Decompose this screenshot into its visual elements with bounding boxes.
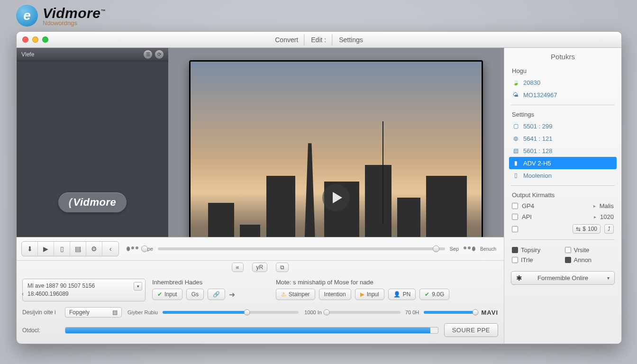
checkbox-icon[interactable] xyxy=(565,257,571,263)
link-button[interactable]: 🔗 xyxy=(208,289,225,300)
brand-logo-icon: e xyxy=(16,5,38,27)
hogu-item-1[interactable]: 🌤MO1324967 xyxy=(504,89,621,101)
play-small-icon[interactable]: ▶ xyxy=(38,242,54,256)
warning-icon: ⚠ xyxy=(281,291,286,298)
format-row-1[interactable]: API ▸1020 xyxy=(504,211,621,222)
chevron-down-icon: ▾ xyxy=(607,275,610,281)
tab-settings[interactable]: Settings xyxy=(334,34,368,46)
settings-item-1[interactable]: ◍5641 : 121 xyxy=(504,132,621,145)
clip-icon: ▮ xyxy=(512,159,519,167)
window-zoom-icon[interactable] xyxy=(42,36,48,43)
timeline-track[interactable] xyxy=(158,247,445,250)
settings-item-0[interactable]: ▢5501 : 299 xyxy=(504,120,621,132)
sun-icon: 🌤 xyxy=(512,91,519,99)
format-row-extra: ⇆$100 ⤴ xyxy=(504,222,621,236)
output-progress xyxy=(65,327,438,334)
format-row-0[interactable]: GP4 ▸Malis xyxy=(504,200,621,211)
source-file-field[interactable]: Ml ave 1887 90 1507 5156 18.4600.196089 … xyxy=(22,279,146,301)
sidebar-brand-badge: Vidmore xyxy=(58,192,127,212)
input-button[interactable]: ✔Input xyxy=(152,289,182,300)
globe-icon: ◍ xyxy=(512,135,519,142)
opt-topsiry[interactable]: Topsiry xyxy=(512,246,561,254)
stainper-button[interactable]: ⚠Stainper xyxy=(276,289,315,300)
inpul-button[interactable]: ▶Inpul xyxy=(355,289,384,300)
slider-1[interactable] xyxy=(163,311,299,314)
opt-vrsite[interactable]: Vrsite xyxy=(565,246,614,254)
check-icon: ✔ xyxy=(425,291,429,298)
slider-2[interactable] xyxy=(327,311,400,314)
section-hogu-label: Hogu xyxy=(504,65,621,76)
dropdown-icon[interactable]: ▾ xyxy=(134,282,142,291)
timeline-end-knob[interactable] xyxy=(433,246,439,252)
link-icon: 🔗 xyxy=(213,291,220,298)
film-icon[interactable]: ▤ xyxy=(70,242,86,256)
format-extra-icon[interactable]: ⤴ xyxy=(604,224,614,234)
format-value-field[interactable]: ⇆$100 xyxy=(573,224,601,234)
opt-itrle[interactable]: ITrle xyxy=(512,256,561,264)
left-sidebar-title: Vlefe xyxy=(21,51,34,58)
output-label: Otdocl: xyxy=(22,327,59,334)
rewind-icon[interactable] xyxy=(127,246,130,251)
checkbox-icon[interactable] xyxy=(512,214,518,220)
chevron-left-icon: ‹ xyxy=(22,290,24,298)
checkbox-icon[interactable] xyxy=(512,257,518,263)
brand-name: Vidmore™ xyxy=(43,5,106,21)
section-settings-label: Settings xyxy=(504,109,621,120)
seg2-label: 1000 In xyxy=(304,309,322,315)
checkbox-icon[interactable] xyxy=(512,247,518,253)
app-window: Convert Edit : Settings Vlefe ☰ ⟳ Vidmor… xyxy=(16,31,622,344)
play-icon: ▶ xyxy=(360,291,364,298)
tab-convert[interactable]: Convert xyxy=(270,34,304,46)
settings-item-3[interactable]: ▮ADV 2-H5 xyxy=(509,157,617,169)
download-icon[interactable]: ⬇ xyxy=(22,242,38,256)
design-select[interactable]: Fopgely▤ xyxy=(65,307,122,318)
intention-button[interactable]: Intention xyxy=(319,289,351,300)
bottom-deck: ⬇ ▶ ▯ ▤ ⚙ ‹ Tipe Sep Benuch « yR xyxy=(17,237,504,344)
window-close-icon[interactable] xyxy=(22,36,28,43)
window-minimize-icon[interactable] xyxy=(32,36,38,43)
nav-copy-icon[interactable]: ⧉ xyxy=(276,263,289,272)
leaf-icon: 🍃 xyxy=(512,79,519,86)
source-button[interactable]: SOURE PPE xyxy=(444,323,498,337)
document-icon[interactable]: ▯ xyxy=(54,242,70,256)
sidebar-action2-icon[interactable]: ⟳ xyxy=(155,50,164,59)
opt-annon[interactable]: Annon xyxy=(565,256,614,264)
seg3-label: 70 0H xyxy=(405,309,419,315)
nav-marker[interactable]: yR xyxy=(252,263,268,272)
settings-item-4[interactable]: ▯Moolenion xyxy=(504,169,621,182)
colB-title: Mote: s minishatip of Mose for nade xyxy=(276,279,498,286)
pn-button[interactable]: 👤PN xyxy=(388,289,416,300)
format-tag: MAVI xyxy=(481,309,498,316)
checkbox-icon[interactable] xyxy=(565,247,571,253)
toolbar-main: ⬇ ▶ ▯ ▤ ⚙ ‹ xyxy=(21,241,119,256)
sidebar-action1-icon[interactable]: ☰ xyxy=(144,50,152,59)
right-panel: Potukrs Hogu 🍃20830 🌤MO1324967 Settings … xyxy=(504,48,621,344)
brand-header: e Vidmore™ Ndowordngs xyxy=(16,5,106,27)
slider-3[interactable] xyxy=(424,311,475,314)
arrow-right-icon: ➜ xyxy=(229,290,235,299)
design-label: Desijvin oite i xyxy=(22,309,59,316)
chevron-left-icon[interactable]: ‹ xyxy=(102,242,118,256)
gs-button[interactable]: Gs xyxy=(186,289,204,300)
timeline-small-label: Benuch xyxy=(480,246,496,252)
colA-title: Inhembredi Hades xyxy=(152,279,269,286)
timeline-start-knob[interactable] xyxy=(141,246,148,252)
checkbox-icon[interactable] xyxy=(512,226,518,232)
timeline[interactable]: Tipe Sep Benuch xyxy=(124,246,499,252)
page-icon: ▤ xyxy=(512,147,519,155)
gear-icon[interactable]: ⚙ xyxy=(86,242,102,256)
section-output-label: Output Kirmatts xyxy=(504,190,621,200)
seg1-label: Giyber Rubiu xyxy=(127,309,158,315)
hogu-item-0[interactable]: 🍃20830 xyxy=(504,76,621,89)
preset-combo[interactable]: ✱ Formemible Onlire ▾ xyxy=(511,271,615,285)
checkbox-icon[interactable] xyxy=(512,203,518,209)
right-panel-title: Potukrs xyxy=(504,53,621,61)
play-icon[interactable] xyxy=(322,184,350,211)
tab-edit[interactable]: Edit : xyxy=(306,34,332,46)
forward-icon[interactable] xyxy=(472,246,475,251)
settings-item-2[interactable]: ▤5601 : 128 xyxy=(504,145,621,157)
size-button[interactable]: ✔9.0G xyxy=(419,289,449,300)
brand-subtitle: Ndowordngs xyxy=(43,19,106,27)
nav-prev-icon[interactable]: « xyxy=(232,263,244,272)
check-icon: ✔ xyxy=(157,291,162,298)
